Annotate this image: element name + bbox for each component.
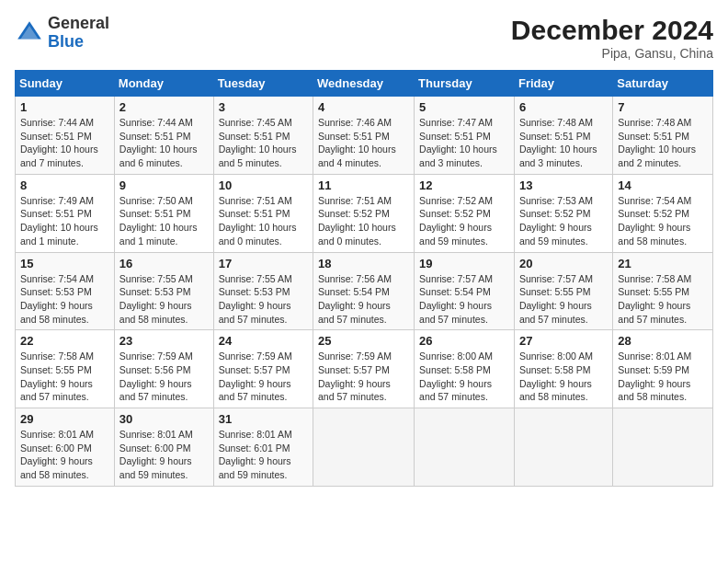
day-number: 3 <box>219 100 308 114</box>
calendar-cell: 29Sunrise: 8:01 AM Sunset: 6:00 PM Dayli… <box>16 408 115 487</box>
day-info: Sunrise: 7:54 AM Sunset: 5:53 PM Dayligh… <box>20 272 109 327</box>
day-number: 18 <box>318 257 409 270</box>
day-of-week-header: Thursday <box>415 71 515 97</box>
day-of-week-header: Saturday <box>613 71 713 97</box>
month-title: December 2024 <box>511 15 713 46</box>
calendar-cell: 10Sunrise: 7:51 AM Sunset: 5:51 PM Dayli… <box>213 174 313 252</box>
day-info: Sunrise: 7:51 AM Sunset: 5:52 PM Dayligh… <box>318 194 409 248</box>
calendar-body: 1Sunrise: 7:44 AM Sunset: 5:51 PM Daylig… <box>16 97 713 487</box>
day-number: 6 <box>519 100 608 114</box>
day-info: Sunrise: 7:48 AM Sunset: 5:51 PM Dayligh… <box>519 116 608 170</box>
day-number: 22 <box>20 334 109 348</box>
calendar-cell: 6Sunrise: 7:48 AM Sunset: 5:51 PM Daylig… <box>514 97 612 175</box>
day-number: 30 <box>119 412 209 426</box>
day-info: Sunrise: 7:44 AM Sunset: 5:51 PM Dayligh… <box>20 116 109 170</box>
calendar-cell: 3Sunrise: 7:45 AM Sunset: 5:51 PM Daylig… <box>213 97 313 175</box>
day-info: Sunrise: 7:48 AM Sunset: 5:51 PM Dayligh… <box>618 116 708 170</box>
calendar-cell: 1Sunrise: 7:44 AM Sunset: 5:51 PM Daylig… <box>16 97 115 175</box>
calendar-cell: 14Sunrise: 7:54 AM Sunset: 5:52 PM Dayli… <box>613 174 713 252</box>
location: Pipa, Gansu, China <box>511 46 713 61</box>
day-info: Sunrise: 8:01 AM Sunset: 5:59 PM Dayligh… <box>618 350 708 404</box>
calendar-cell: 15Sunrise: 7:54 AM Sunset: 5:53 PM Dayli… <box>16 252 115 330</box>
day-info: Sunrise: 7:59 AM Sunset: 5:56 PM Dayligh… <box>119 350 209 404</box>
day-info: Sunrise: 7:51 AM Sunset: 5:51 PM Dayligh… <box>219 194 308 248</box>
day-number: 7 <box>618 100 708 114</box>
calendar-cell: 26Sunrise: 8:00 AM Sunset: 5:58 PM Dayli… <box>415 330 515 408</box>
page-header: General Blue December 2024 Pipa, Gansu, … <box>15 15 713 61</box>
day-number: 29 <box>20 412 109 426</box>
day-info: Sunrise: 8:01 AM Sunset: 6:00 PM Dayligh… <box>20 428 109 482</box>
day-of-week-header: Monday <box>114 71 213 97</box>
calendar-cell: 8Sunrise: 7:49 AM Sunset: 5:51 PM Daylig… <box>16 174 115 252</box>
day-number: 2 <box>119 100 209 114</box>
day-number: 12 <box>419 178 509 192</box>
calendar-cell <box>313 408 415 487</box>
title-block: December 2024 Pipa, Gansu, China <box>511 15 713 61</box>
calendar-cell: 4Sunrise: 7:46 AM Sunset: 5:51 PM Daylig… <box>313 97 415 175</box>
calendar-cell: 13Sunrise: 7:53 AM Sunset: 5:52 PM Dayli… <box>514 174 612 252</box>
day-of-week-header: Wednesday <box>313 71 415 97</box>
calendar-week-row: 8Sunrise: 7:49 AM Sunset: 5:51 PM Daylig… <box>16 174 713 252</box>
day-number: 17 <box>219 257 308 270</box>
logo: General Blue <box>15 15 109 52</box>
day-info: Sunrise: 7:55 AM Sunset: 5:53 PM Dayligh… <box>119 272 209 327</box>
day-number: 14 <box>618 178 708 192</box>
day-info: Sunrise: 8:01 AM Sunset: 6:01 PM Dayligh… <box>219 428 308 482</box>
day-number: 4 <box>318 100 409 114</box>
calendar-week-row: 1Sunrise: 7:44 AM Sunset: 5:51 PM Daylig… <box>16 97 713 175</box>
calendar-cell: 23Sunrise: 7:59 AM Sunset: 5:56 PM Dayli… <box>114 330 213 408</box>
day-info: Sunrise: 7:58 AM Sunset: 5:55 PM Dayligh… <box>20 350 109 404</box>
calendar-cell: 30Sunrise: 8:01 AM Sunset: 6:00 PM Dayli… <box>114 408 213 487</box>
calendar-cell: 21Sunrise: 7:58 AM Sunset: 5:55 PM Dayli… <box>613 252 713 330</box>
day-info: Sunrise: 7:52 AM Sunset: 5:52 PM Dayligh… <box>419 194 509 248</box>
day-number: 8 <box>20 178 109 192</box>
calendar-cell: 31Sunrise: 8:01 AM Sunset: 6:01 PM Dayli… <box>213 408 313 487</box>
calendar-cell: 25Sunrise: 7:59 AM Sunset: 5:57 PM Dayli… <box>313 330 415 408</box>
logo-icon <box>15 18 44 48</box>
day-number: 19 <box>419 257 509 270</box>
day-info: Sunrise: 7:49 AM Sunset: 5:51 PM Dayligh… <box>20 194 109 248</box>
calendar-week-row: 15Sunrise: 7:54 AM Sunset: 5:53 PM Dayli… <box>16 252 713 330</box>
calendar-header-row: SundayMondayTuesdayWednesdayThursdayFrid… <box>16 71 713 97</box>
calendar-cell: 11Sunrise: 7:51 AM Sunset: 5:52 PM Dayli… <box>313 174 415 252</box>
calendar-cell: 7Sunrise: 7:48 AM Sunset: 5:51 PM Daylig… <box>613 97 713 175</box>
day-of-week-header: Sunday <box>16 71 115 97</box>
calendar-cell: 24Sunrise: 7:59 AM Sunset: 5:57 PM Dayli… <box>213 330 313 408</box>
calendar-cell <box>514 408 612 487</box>
calendar-cell: 17Sunrise: 7:55 AM Sunset: 5:53 PM Dayli… <box>213 252 313 330</box>
day-number: 23 <box>119 334 209 348</box>
calendar-week-row: 22Sunrise: 7:58 AM Sunset: 5:55 PM Dayli… <box>16 330 713 408</box>
calendar-cell: 12Sunrise: 7:52 AM Sunset: 5:52 PM Dayli… <box>415 174 515 252</box>
day-info: Sunrise: 7:56 AM Sunset: 5:54 PM Dayligh… <box>318 272 409 327</box>
calendar-cell <box>613 408 713 487</box>
day-number: 11 <box>318 178 409 192</box>
calendar-cell: 18Sunrise: 7:56 AM Sunset: 5:54 PM Dayli… <box>313 252 415 330</box>
day-number: 27 <box>519 334 608 348</box>
day-info: Sunrise: 8:01 AM Sunset: 6:00 PM Dayligh… <box>119 428 209 482</box>
calendar: SundayMondayTuesdayWednesdayThursdayFrid… <box>15 70 713 487</box>
day-info: Sunrise: 7:57 AM Sunset: 5:54 PM Dayligh… <box>419 272 509 327</box>
calendar-cell: 27Sunrise: 8:00 AM Sunset: 5:58 PM Dayli… <box>514 330 612 408</box>
calendar-week-row: 29Sunrise: 8:01 AM Sunset: 6:00 PM Dayli… <box>16 408 713 487</box>
day-number: 26 <box>419 334 509 348</box>
day-info: Sunrise: 8:00 AM Sunset: 5:58 PM Dayligh… <box>419 350 509 404</box>
day-number: 21 <box>618 257 708 270</box>
day-number: 1 <box>20 100 109 114</box>
day-number: 16 <box>119 257 209 270</box>
day-number: 5 <box>419 100 509 114</box>
day-info: Sunrise: 8:00 AM Sunset: 5:58 PM Dayligh… <box>519 350 608 404</box>
calendar-cell: 28Sunrise: 8:01 AM Sunset: 5:59 PM Dayli… <box>613 330 713 408</box>
day-info: Sunrise: 7:53 AM Sunset: 5:52 PM Dayligh… <box>519 194 608 248</box>
calendar-cell: 2Sunrise: 7:44 AM Sunset: 5:51 PM Daylig… <box>114 97 213 175</box>
calendar-cell: 9Sunrise: 7:50 AM Sunset: 5:51 PM Daylig… <box>114 174 213 252</box>
day-number: 28 <box>618 334 708 348</box>
day-number: 20 <box>519 257 608 270</box>
calendar-cell: 16Sunrise: 7:55 AM Sunset: 5:53 PM Dayli… <box>114 252 213 330</box>
day-info: Sunrise: 7:59 AM Sunset: 5:57 PM Dayligh… <box>318 350 409 404</box>
day-info: Sunrise: 7:47 AM Sunset: 5:51 PM Dayligh… <box>419 116 509 170</box>
day-info: Sunrise: 7:58 AM Sunset: 5:55 PM Dayligh… <box>618 272 708 327</box>
day-number: 25 <box>318 334 409 348</box>
day-number: 10 <box>219 178 308 192</box>
day-number: 13 <box>519 178 608 192</box>
calendar-cell: 5Sunrise: 7:47 AM Sunset: 5:51 PM Daylig… <box>415 97 515 175</box>
